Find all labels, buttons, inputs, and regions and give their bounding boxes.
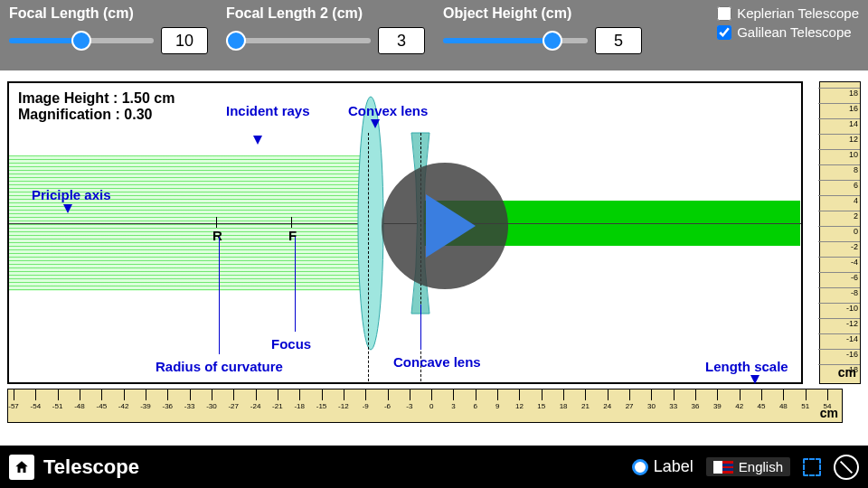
hruler-tick <box>101 389 102 400</box>
hruler-tick <box>146 389 146 400</box>
hruler-tick <box>35 389 36 400</box>
hruler-tick <box>476 389 476 400</box>
hruler-label: 6 <box>474 402 477 410</box>
keplerian-label: Keplerian Telescope <box>737 5 859 21</box>
fullscreen-button[interactable] <box>803 458 821 476</box>
vruler-tick: -6 <box>818 272 860 282</box>
hruler-tick <box>740 389 741 400</box>
play-button[interactable] <box>382 163 508 289</box>
label-principal-axis: Priciple axis <box>32 187 111 202</box>
hruler-label: -51 <box>52 402 63 410</box>
hruler-tick <box>497 389 498 400</box>
object-height-control: Object Height (cm) 5 <box>443 5 642 54</box>
hruler-label: -39 <box>140 402 151 410</box>
label-length-scale: Length scale <box>705 359 788 374</box>
hruler-tick <box>278 389 278 400</box>
hruler-label: -42 <box>118 402 129 410</box>
hruler-tick <box>299 389 300 400</box>
hruler-label: 15 <box>537 402 545 410</box>
focus-pointer <box>295 237 296 332</box>
hruler-tick <box>190 389 191 400</box>
control-bar: Focal Length (cm) 10 Focal Length 2 (cm)… <box>0 0 868 70</box>
vruler-tick: 16 <box>818 103 860 113</box>
hruler-label: 21 <box>581 402 590 410</box>
hruler-label: 27 <box>626 402 634 410</box>
focal-length-2-value[interactable]: 3 <box>378 27 425 54</box>
hruler-label: -24 <box>250 402 261 410</box>
hruler-tick <box>629 389 630 400</box>
hruler-label: 45 <box>758 402 766 410</box>
hruler-label: -48 <box>74 402 85 410</box>
hruler-tick <box>806 389 807 400</box>
hruler-tick <box>256 389 257 400</box>
focal-length-1-slider[interactable] <box>9 38 154 43</box>
readout: Image Height : 1.50 cm Magnification : 0… <box>18 90 175 123</box>
horizontal-ruler: -57-54-51-48-45-42-39-36-33-30-27-24-21-… <box>7 389 843 423</box>
label-concave-lens: Concave lens <box>393 354 481 370</box>
hruler-label: -18 <box>294 402 305 410</box>
object-height-value[interactable]: 5 <box>595 27 642 54</box>
label-toggle[interactable]: Label <box>632 457 693 476</box>
bottom-bar: Telescope Label English <box>0 446 868 488</box>
arrow-icon <box>750 375 760 384</box>
hruler-label: 9 <box>495 402 499 410</box>
hruler-label: 36 <box>692 402 700 410</box>
hruler-tick <box>827 389 828 400</box>
galilean-label: Galilean Telescope <box>737 24 851 40</box>
focal-length-2-control: Focal Length 2 (cm) 3 <box>226 5 425 54</box>
hruler-label: -9 <box>363 402 369 410</box>
label-convex-lens: Convex lens <box>348 103 428 118</box>
r-mark: R <box>212 228 222 243</box>
hruler-tick <box>322 389 323 400</box>
vruler-tick: 12 <box>818 134 860 144</box>
label-toggle-text: Label <box>654 457 693 476</box>
home-button[interactable] <box>9 455 34 480</box>
hruler-tick <box>233 389 234 400</box>
radio-icon <box>632 459 648 475</box>
hruler-label: -21 <box>272 402 283 410</box>
language-name: English <box>739 459 783 474</box>
uk-flag-icon <box>713 461 733 474</box>
hruler-tick <box>695 389 696 400</box>
convex-axis-dashed <box>368 133 369 381</box>
hruler-label: -57 <box>8 402 19 410</box>
vruler-tick: -14 <box>818 333 860 343</box>
disable-icon-button[interactable] <box>834 455 859 480</box>
hruler-tick <box>651 389 652 400</box>
hruler-label: -3 <box>406 402 412 410</box>
hruler-tick <box>167 389 168 400</box>
hruler-tick <box>58 389 59 400</box>
hruler-label: -12 <box>338 402 349 410</box>
horizontal-ruler-unit: cm <box>820 406 838 420</box>
hruler-label: -27 <box>228 402 239 410</box>
focal-length-1-value[interactable]: 10 <box>161 27 208 54</box>
magnification-readout: Magnification : 0.30 <box>18 107 175 123</box>
hruler-label: 42 <box>735 402 743 410</box>
hruler-label: 30 <box>647 402 656 410</box>
hruler-label: 24 <box>603 402 611 410</box>
hruler-label: 51 <box>801 402 809 410</box>
focal-length-2-slider[interactable] <box>226 38 371 43</box>
arrow-icon <box>63 204 72 213</box>
hruler-tick <box>563 389 564 400</box>
vertical-ruler-unit: cm <box>838 365 856 380</box>
hruler-tick <box>542 389 542 400</box>
object-height-label: Object Height (cm) <box>443 5 642 22</box>
galilean-checkbox[interactable] <box>717 25 731 40</box>
hruler-tick <box>783 389 784 400</box>
app-title: Telescope <box>43 455 139 479</box>
object-height-slider[interactable] <box>443 38 588 43</box>
focal-length-1-control: Focal Length (cm) 10 <box>9 5 208 54</box>
label-radius-of-curvature: Radius of curvature <box>156 359 283 374</box>
keplerian-checkbox[interactable] <box>717 6 731 21</box>
hruler-label: -15 <box>316 402 327 410</box>
language-selector[interactable]: English <box>706 457 790 476</box>
arrow-icon <box>371 119 380 128</box>
radius-pointer <box>219 237 220 354</box>
focal-length-1-label: Focal Length (cm) <box>9 5 208 22</box>
play-icon <box>426 194 476 258</box>
vruler-tick: 0 <box>818 226 860 236</box>
vertical-ruler: 181614121086420-2-4-6-8-10-12-14-16-18 c… <box>819 81 861 384</box>
vruler-tick: -4 <box>818 257 860 267</box>
vruler-tick: 14 <box>818 118 860 128</box>
